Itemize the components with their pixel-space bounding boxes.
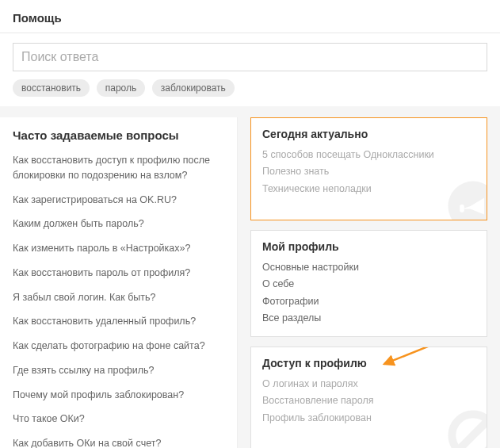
card-link[interactable]: 5 способов посещать Одноклассники [262,147,475,163]
card-link[interactable]: Профиль заблокирован [262,410,475,427]
faq-item[interactable]: Как изменить пароль в «Настройках»? [13,241,224,256]
search-input[interactable] [13,43,487,71]
faq-title: Часто задаваемые вопросы [13,128,224,142]
card-access: Доступ к профилю О логинах и паролях Вос… [250,347,487,448]
card-profile: Мой профиль Основные настройки О себе Фо… [250,230,487,337]
megaphone-icon [445,178,487,220]
faq-item[interactable]: Почему мой профиль заблокирован? [13,388,224,403]
card-title: Сегодня актуально [262,128,475,140]
tag-restore[interactable]: восстановить [13,79,90,97]
card-link[interactable]: Полезно знать [262,163,475,180]
main-content: Часто задаваемые вопросы Как восстановит… [0,106,500,448]
card-link[interactable]: Фотографии [262,293,475,310]
page-header: Помощь [0,0,500,33]
faq-item[interactable]: Как сделать фотографию на фоне сайта? [13,339,224,354]
search-tags: восстановить пароль заблокировать [13,79,487,97]
faq-item[interactable]: Я забыл свой логин. Как быть? [13,290,224,305]
page-title: Помощь [13,11,487,25]
faq-item[interactable]: Как восстановить удаленный профиль? [13,314,224,329]
search-section: восстановить пароль заблокировать [0,33,500,106]
tag-block[interactable]: заблокировать [152,79,235,97]
svg-line-4 [459,421,487,448]
card-link[interactable]: Восстановление пароля [262,392,475,409]
card-link[interactable]: Все разделы [262,310,475,327]
faq-item[interactable]: Как добавить ОКи на свой счет? [13,436,224,448]
faq-item[interactable]: Где взять ссылку на профиль? [13,363,224,378]
card-today: Сегодня актуально 5 способов посещать Од… [250,117,487,220]
faq-item[interactable]: Как зарегистрироваться на OK.RU? [13,193,224,208]
card-link[interactable]: О себе [262,276,475,293]
svg-rect-1 [460,205,464,213]
faq-item[interactable]: Как восстановить доступ к профилю после … [13,153,224,183]
nosign-icon [445,408,487,448]
tag-password[interactable]: пароль [97,79,146,97]
faq-item[interactable]: Что такое ОКи? [13,412,224,427]
card-link[interactable]: Технические неполадки [262,181,475,197]
card-link[interactable]: Основные настройки [262,259,475,276]
faq-column: Часто задаваемые вопросы Как восстановит… [0,117,238,448]
faq-item[interactable]: Как восстановить пароль от профиля? [13,266,224,281]
card-title: Мой профиль [262,240,475,253]
faq-item[interactable]: Каким должен быть пароль? [13,216,224,232]
card-title: Доступ к профилю [262,357,475,370]
sidebar-column: Сегодня актуально 5 способов посещать Од… [249,117,500,448]
card-link[interactable]: О логинах и паролях [262,376,475,392]
